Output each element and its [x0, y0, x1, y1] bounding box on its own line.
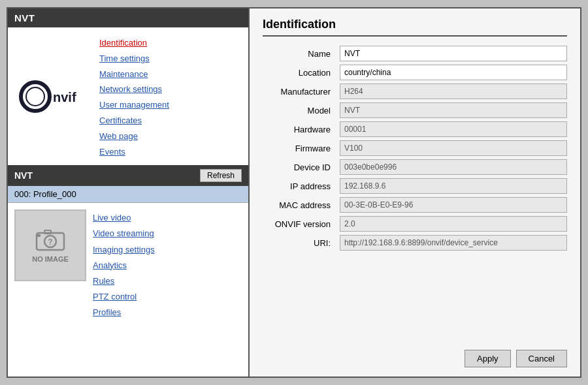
profile-label: 000: Profile_000	[14, 189, 76, 199]
nav-link-user-management[interactable]: User management	[99, 99, 169, 112]
no-image-box: ? NO IMAGE	[14, 209, 86, 281]
svg-point-1	[26, 87, 44, 106]
btn-row: Apply Cancel	[263, 350, 567, 367]
form-row: URI:	[263, 235, 567, 251]
label-manufacturer: Manufacturer	[263, 87, 335, 97]
left-panel: NVT nvif IdentificationTime se	[8, 8, 250, 377]
nav-link-time-settings[interactable]: Time settings	[99, 52, 169, 66]
form-row: MAC address	[263, 197, 567, 213]
profile-links: Live videoVideo streamingImaging setting…	[93, 209, 155, 370]
input-ip-address	[340, 178, 567, 194]
camera-icon: ?	[35, 228, 65, 251]
label-firmware: Firmware	[263, 144, 335, 153]
nvt-title: NVT	[14, 12, 35, 23]
input-firmware	[340, 140, 567, 156]
profile-link-analytics[interactable]: Analytics	[93, 258, 155, 273]
form-row: Device ID	[263, 159, 567, 175]
label-mac-address: MAC address	[263, 200, 335, 210]
label-hardware: Hardware	[263, 125, 335, 134]
svg-text:nvif: nvif	[53, 90, 76, 104]
form-row: ONVIF version	[263, 216, 567, 232]
svg-text:?: ?	[48, 238, 52, 247]
form-row: Location	[263, 65, 567, 80]
profile-link-imaging-settings[interactable]: Imaging settings	[93, 243, 155, 257]
logo-area: nvif	[8, 34, 99, 159]
no-image-text: NO IMAGE	[32, 255, 69, 263]
input-manufacturer	[340, 84, 567, 99]
input-device-id	[340, 159, 567, 175]
input-name[interactable]	[340, 46, 567, 61]
label-onvif-version: ONVIF version	[263, 219, 335, 229]
svg-rect-6	[37, 234, 41, 237]
refresh-button[interactable]: Refresh	[200, 169, 242, 182]
input-hardware	[340, 121, 567, 137]
main-container: NVT nvif IdentificationTime se	[7, 7, 581, 378]
nvt-title-bar: NVT	[8, 8, 248, 27]
svg-rect-5	[44, 230, 51, 234]
profile-link-profiles[interactable]: Profiles	[93, 305, 155, 320]
form-row: Manufacturer	[263, 84, 567, 99]
nav-link-certificates[interactable]: Certificates	[99, 114, 169, 128]
profile-link-live-video[interactable]: Live video	[93, 211, 155, 225]
apply-button[interactable]: Apply	[465, 350, 511, 367]
label-name: Name	[263, 49, 335, 59]
label-uri-: URI:	[263, 238, 335, 248]
input-location[interactable]	[340, 65, 567, 80]
menu-area: nvif IdentificationTime settingsMaintena…	[8, 27, 248, 165]
identification-title: Identification	[263, 18, 567, 37]
nav-link-web-page[interactable]: Web page	[99, 130, 169, 144]
input-mac-address	[340, 197, 567, 213]
profile-link-rules[interactable]: Rules	[93, 274, 155, 288]
label-device-id: Device ID	[263, 162, 335, 172]
profile-bar: 000: Profile_000	[8, 186, 248, 203]
form-row: Model	[263, 102, 567, 118]
form-row: Firmware	[263, 140, 567, 156]
profile-content: ? NO IMAGE Live videoVideo streamingImag…	[8, 203, 248, 377]
form-row: IP address	[263, 178, 567, 194]
profile-link-ptz-control[interactable]: PTZ control	[93, 290, 155, 304]
form-row: Hardware	[263, 121, 567, 137]
right-panel: Identification NameLocationManufacturerM…	[250, 8, 580, 377]
svg-point-0	[21, 82, 50, 111]
label-model: Model	[263, 106, 335, 116]
nav-link-events[interactable]: Events	[99, 146, 169, 159]
onvif-logo: nvif	[18, 78, 90, 114]
nav-link-identification[interactable]: Identification	[99, 37, 169, 50]
form-row: Name	[263, 46, 567, 61]
input-model	[340, 102, 567, 118]
input-onvif-version	[340, 216, 567, 232]
label-ip-address: IP address	[263, 181, 335, 191]
nav-links: IdentificationTime settingsMaintenanceNe…	[99, 34, 169, 159]
nvt-section-title: NVT	[14, 170, 33, 181]
label-location: Location	[263, 68, 335, 78]
nav-link-maintenance[interactable]: Maintenance	[99, 68, 169, 82]
form-table: NameLocationManufacturerModelHardwareFir…	[263, 46, 567, 343]
input-uri-	[340, 235, 567, 251]
nvt-section-header: NVT Refresh	[8, 165, 248, 186]
profile-link-video-streaming[interactable]: Video streaming	[93, 226, 155, 241]
nav-link-network-settings[interactable]: Network settings	[99, 83, 169, 97]
cancel-button[interactable]: Cancel	[516, 350, 567, 367]
